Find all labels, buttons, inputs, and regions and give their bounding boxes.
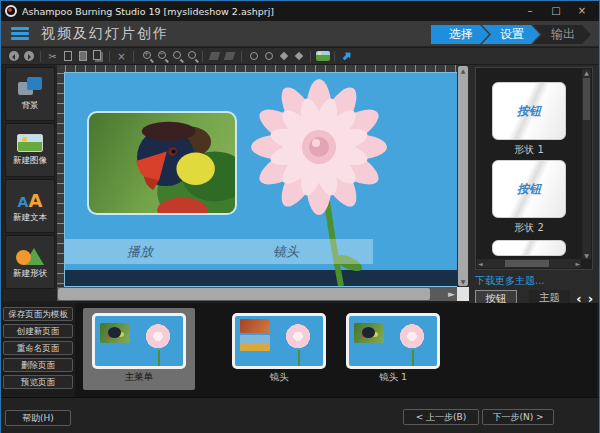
wizard-steps: 选择 设置 输出 (431, 25, 591, 44)
scene-menu-button[interactable]: 镜头 (273, 243, 299, 261)
page-thumbnail (92, 313, 186, 369)
help-button[interactable]: 帮助(H) (5, 410, 71, 426)
next-button[interactable]: 下一步(N) > (482, 409, 554, 425)
scrollbar-corner (457, 287, 469, 301)
minimize-button[interactable]: – (517, 2, 543, 20)
new-text-tool-button[interactable]: AA 新建文本 (5, 179, 55, 233)
mini-parrot-image (100, 323, 130, 343)
page-label: 镜头 (223, 371, 335, 384)
back-button[interactable]: < 上一步(B) (403, 409, 479, 425)
zoom-out-icon[interactable]: − (153, 50, 168, 63)
scroll-right-arrow-icon[interactable]: ► (448, 288, 455, 300)
cut-icon[interactable]: ✂ (45, 50, 60, 63)
shape-list-horizontal-scrollbar[interactable]: ◄► (477, 259, 581, 268)
new-text-icon: AA (16, 189, 44, 209)
step-settings[interactable]: 设置 (482, 25, 540, 44)
play-menu-button[interactable]: 播放 (127, 243, 153, 261)
theme-panel: 按钮 形状 1 按钮 形状 2 ◄► 下载更多主题... 按钮 主题 ‹ › (469, 65, 599, 311)
header-bar: 视频及幻灯片创作 选择 设置 输出 (1, 21, 599, 47)
delete-icon[interactable]: × (114, 50, 129, 63)
align-horizontal-icon[interactable] (276, 50, 291, 63)
close-button[interactable]: × (569, 2, 595, 20)
mini-field-image (240, 335, 270, 351)
hamburger-menu-icon[interactable] (11, 27, 29, 41)
app-logo-icon (5, 5, 17, 17)
align-vertical-icon[interactable] (291, 50, 306, 63)
duplicate-icon[interactable] (90, 50, 105, 63)
undo-icon[interactable] (6, 50, 21, 63)
delete-page-button[interactable]: 删除页面 (3, 358, 73, 372)
download-themes-link[interactable]: 下载更多主题... (475, 274, 545, 288)
create-new-page-button[interactable]: 创建新页面 (3, 324, 73, 338)
page-label: 镜头 1 (337, 371, 449, 384)
pages-section: 保存页面为模板 创建新页面 重命名页面 删除页面 预览页面 主菜单 (1, 303, 599, 397)
shape-list-vertical-scrollbar[interactable] (582, 69, 591, 259)
circle-tool-icon[interactable] (246, 50, 261, 63)
copy-icon[interactable] (60, 50, 75, 63)
background-tool-button[interactable]: 背景 (5, 67, 55, 121)
step-output[interactable]: 输出 (533, 25, 591, 44)
horizontal-ruler (65, 65, 457, 73)
canvas-horizontal-scrollbar[interactable]: ► (57, 287, 457, 301)
zoom-fit-icon[interactable] (183, 50, 198, 63)
insert-image-icon[interactable] (315, 50, 330, 63)
page-item-main-menu[interactable]: 主菜单 (83, 308, 195, 390)
background-icon (18, 77, 42, 97)
new-shape-icon (16, 245, 44, 265)
page-item-scene[interactable]: 镜头 (223, 308, 335, 390)
new-image-icon (17, 134, 43, 152)
page-actions-column: 保存页面为模板 创建新页面 重命名页面 删除页面 预览页面 (3, 307, 73, 392)
maximize-button[interactable]: □ (543, 2, 569, 20)
new-image-tool-button[interactable]: 新建图像 (5, 123, 55, 177)
page-label: 主菜单 (83, 371, 195, 384)
page-thumbnail (232, 313, 326, 369)
footer-bar: 帮助(H) < 上一步(B) 下一步(N) > (1, 397, 599, 433)
zoom-in-icon[interactable]: + (138, 50, 153, 63)
shape-name-1: 形状 1 (476, 143, 582, 157)
paste-icon[interactable] (75, 50, 90, 63)
shape-thumbnail-3-partial[interactable] (492, 240, 566, 256)
new-shape-tool-button[interactable]: 新建形状 (5, 235, 55, 289)
app-window: Ashampoo Burning Studio 19 [myslideshow … (0, 0, 600, 433)
page-thumbnail (346, 313, 440, 369)
redo-icon[interactable] (21, 50, 36, 63)
page-thumbnail-strip: 主菜单 镜头 (75, 303, 597, 397)
mini-canyon-image (240, 319, 270, 333)
select-pointer-icon[interactable] (339, 50, 354, 63)
title-bar: Ashampoo Burning Studio 19 [myslideshow … (1, 1, 599, 21)
shape-name-2: 形状 2 (476, 221, 582, 235)
preview-page-button[interactable]: 预览页面 (3, 375, 73, 389)
menu-button-band: 播放 镜头 (65, 239, 373, 264)
mini-parrot-image (354, 323, 384, 343)
circle-tool-alt-icon[interactable] (261, 50, 276, 63)
canvas-vertical-scrollbar[interactable] (457, 65, 469, 287)
parrot-image (89, 113, 235, 213)
page-item-scene-1[interactable]: 镜头 1 (337, 308, 449, 390)
rotate-left-icon[interactable] (207, 50, 222, 63)
object-tools-panel: 背景 新建图像 AA 新建文本 新建形状 (3, 65, 57, 301)
parrot-photo[interactable] (87, 111, 237, 215)
save-page-as-template-button[interactable]: 保存页面为模板 (3, 307, 73, 321)
zoom-original-icon[interactable] (168, 50, 183, 63)
shape-thumbnail-2[interactable]: 按钮 (492, 160, 566, 218)
rotate-right-icon[interactable] (222, 50, 237, 63)
menu-page-canvas[interactable]: 播放 镜头 (65, 73, 457, 286)
step-select[interactable]: 选择 (431, 25, 489, 44)
shape-list: 按钮 形状 1 按钮 形状 2 ◄► (475, 67, 593, 270)
rename-page-button[interactable]: 重命名页面 (3, 341, 73, 355)
page-title: 视频及幻灯片创作 (41, 25, 169, 43)
ruler-corner (57, 65, 65, 73)
window-title: Ashampoo Burning Studio 19 [myslideshow … (22, 6, 517, 17)
shape-thumbnail-1[interactable]: 按钮 (492, 82, 566, 140)
toolbar: ✂ × + − (1, 48, 599, 64)
canvas-zone: 播放 镜头 ► (57, 65, 469, 301)
vertical-ruler (57, 73, 65, 286)
